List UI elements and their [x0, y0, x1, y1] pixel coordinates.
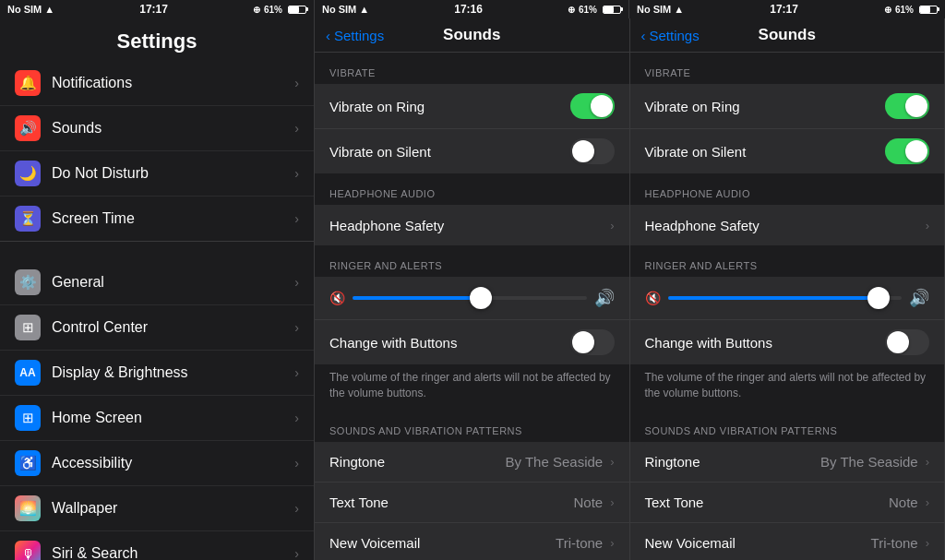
- ringer-section-right: 🔇 🔊 Change with Buttons: [630, 277, 945, 364]
- chevron-icon: ›: [294, 76, 299, 90]
- accessibility-label: Accessibility: [52, 455, 294, 471]
- ringtone-value-right: By The Seaside: [820, 454, 918, 470]
- notifications-label: Notifications: [52, 75, 294, 91]
- vibrate-ring-toggle-right[interactable]: [885, 93, 929, 119]
- sounds-patterns-header-mid: SOUNDS AND VIBRATION PATTERNS: [315, 411, 629, 442]
- new-voicemail-item-mid[interactable]: New Voicemail Tri-tone ›: [315, 523, 629, 560]
- volume-slider-right[interactable]: [668, 296, 903, 300]
- new-voicemail-item-right[interactable]: New Voicemail Tri-tone ›: [630, 523, 945, 560]
- ringer-section-mid: 🔇 🔊 Change with Buttons: [315, 277, 629, 364]
- ringtone-item-right[interactable]: Ringtone By The Seaside ›: [630, 442, 945, 483]
- status-bar-left: No SIM ▲ 17:17 ⊕ 61%: [0, 0, 315, 18]
- siri-search-label: Siri & Search: [52, 545, 294, 560]
- sidebar-item-accessibility[interactable]: ♿ Accessibility ›: [0, 441, 314, 486]
- notifications-icon: 🔔: [15, 70, 41, 96]
- text-tone-chevron-right2: ›: [926, 495, 929, 509]
- sidebar-item-sounds[interactable]: 🔊 Sounds ›: [0, 106, 314, 151]
- headphone-chevron-right: ›: [926, 219, 929, 232]
- headphone-section-right: Headphone Safety ›: [630, 205, 945, 245]
- sidebar-item-general[interactable]: ⚙️ General ›: [0, 260, 314, 305]
- sounds-header-mid: ‹ Settings Sounds: [315, 18, 629, 53]
- vibrate-section-mid: Vibrate on Ring Vibrate on Silent: [315, 84, 629, 173]
- volume-slider-mid[interactable]: [353, 296, 587, 300]
- headphone-safety-label-right: Headphone Safety: [645, 218, 922, 233]
- chevron-icon-accessibility: ›: [294, 456, 299, 471]
- sounds-patterns-section-right: Ringtone By The Seaside › Text Tone Note…: [630, 442, 945, 560]
- settings-panel: Settings 🔔 Notifications › 🔊 Sounds › 🌙 …: [0, 18, 315, 560]
- sidebar-item-notifications[interactable]: 🔔 Notifications ›: [0, 61, 314, 106]
- new-voicemail-value-right: Tri-tone: [871, 535, 918, 551]
- headphone-safety-label-mid: Headphone Safety: [329, 218, 606, 233]
- vibrate-on-ring-right[interactable]: Vibrate on Ring: [630, 84, 945, 129]
- sidebar-item-control-center[interactable]: ⊞ Control Center ›: [0, 305, 314, 351]
- back-button-right[interactable]: ‹ Settings: [641, 28, 700, 43]
- settings-section-2: ⚙️ General › ⊞ Control Center › AA Displ…: [0, 260, 314, 560]
- headphone-safety-right[interactable]: Headphone Safety ›: [630, 205, 945, 245]
- text-tone-item-mid[interactable]: Text Tone Note ›: [315, 483, 629, 523]
- general-label: General: [52, 274, 294, 291]
- ringtone-label-right: Ringtone: [645, 454, 821, 470]
- back-button-mid[interactable]: ‹ Settings: [326, 28, 384, 43]
- accessibility-icon: ♿: [15, 450, 41, 476]
- ringtone-item-mid[interactable]: Ringtone By The Seaside ›: [315, 442, 629, 483]
- change-with-buttons-mid[interactable]: Change with Buttons: [315, 320, 629, 364]
- sidebar-item-screen-time[interactable]: ⏳ Screen Time ›: [0, 197, 314, 241]
- chevron-icon-screentime: ›: [294, 211, 299, 226]
- sidebar-item-home-screen[interactable]: ⊞ Home Screen ›: [0, 396, 314, 441]
- text-tone-chevron-mid: ›: [610, 495, 614, 509]
- settings-section-1: 🔔 Notifications › 🔊 Sounds › 🌙 Do Not Di…: [0, 61, 314, 242]
- control-center-icon: ⊞: [15, 315, 41, 340]
- volume-row-right: 🔇 🔊: [630, 277, 945, 320]
- vibrate-on-ring-mid[interactable]: Vibrate on Ring: [315, 84, 629, 129]
- change-buttons-label-right: Change with Buttons: [645, 335, 886, 351]
- ringtone-value-mid: By The Seaside: [506, 454, 604, 470]
- vibrate-silent-label-mid: Vibrate on Silent: [329, 144, 570, 160]
- sidebar-item-display-brightness[interactable]: AA Display & Brightness ›: [0, 351, 314, 396]
- back-label-mid: Settings: [334, 28, 384, 43]
- text-tone-value-right: Note: [889, 494, 918, 510]
- headphone-safety-mid[interactable]: Headphone Safety ›: [315, 205, 629, 245]
- no-sim-mid: No SIM ▲: [322, 4, 369, 15]
- new-voicemail-label-right: New Voicemail: [645, 535, 871, 551]
- battery-icon-left: [286, 6, 306, 14]
- sidebar-item-do-not-disturb[interactable]: 🌙 Do Not Disturb ›: [0, 151, 314, 197]
- sounds-patterns-section-mid: Ringtone By The Seaside › Text Tone Note…: [315, 442, 629, 560]
- new-voicemail-value-mid: Tri-tone: [556, 535, 603, 551]
- vibrate-ring-toggle-mid[interactable]: [570, 93, 615, 119]
- volume-row-mid: 🔇 🔊: [315, 277, 629, 320]
- sidebar-item-wallpaper[interactable]: 🌅 Wallpaper ›: [0, 486, 314, 531]
- vibrate-silent-toggle-right[interactable]: [885, 138, 929, 164]
- change-with-buttons-right[interactable]: Change with Buttons: [630, 320, 945, 364]
- vibrate-header-right: VIBRATE: [630, 53, 945, 84]
- sounds-icon: 🔊: [15, 115, 41, 141]
- change-buttons-toggle-mid[interactable]: [570, 329, 615, 355]
- battery-pct-mid: 61%: [579, 5, 597, 15]
- headphone-chevron-mid: ›: [610, 219, 614, 232]
- screen-time-icon: ⏳: [15, 206, 41, 232]
- vol-high-icon-right: 🔊: [909, 288, 929, 308]
- status-icons-mid: ⊕ 61%: [568, 5, 621, 15]
- home-screen-label: Home Screen: [52, 410, 294, 426]
- chevron-icon-dnd: ›: [294, 166, 299, 181]
- home-screen-icon: ⊞: [15, 405, 41, 431]
- control-center-label: Control Center: [52, 319, 294, 336]
- change-buttons-toggle-right[interactable]: [885, 329, 929, 355]
- ringtone-label-mid: Ringtone: [329, 454, 506, 470]
- gps-icon-right: ⊕: [884, 5, 891, 15]
- text-tone-label-mid: Text Tone: [329, 494, 573, 510]
- chevron-icon-display: ›: [294, 365, 299, 380]
- sounds-header-right: ‹ Settings Sounds: [630, 18, 945, 53]
- vibrate-silent-toggle-mid[interactable]: [570, 138, 615, 164]
- chevron-icon-siri: ›: [294, 546, 299, 560]
- general-icon: ⚙️: [15, 269, 41, 295]
- chevron-icon-homescreen: ›: [294, 411, 299, 425]
- headphone-header-right: HEADPHONE AUDIO: [630, 173, 945, 205]
- text-tone-item-right[interactable]: Text Tone Note ›: [630, 483, 945, 523]
- time-left: 17:17: [139, 3, 168, 16]
- vol-low-icon-mid: 🔇: [329, 291, 345, 305]
- battery-icon-right: [917, 6, 938, 14]
- vibrate-on-silent-mid[interactable]: Vibrate on Silent: [315, 129, 629, 173]
- vibrate-on-silent-right[interactable]: Vibrate on Silent: [630, 129, 945, 173]
- ringer-note-mid: The volume of the ringer and alerts will…: [315, 364, 629, 411]
- sidebar-item-siri-search[interactable]: 🎙 Siri & Search ›: [0, 531, 314, 560]
